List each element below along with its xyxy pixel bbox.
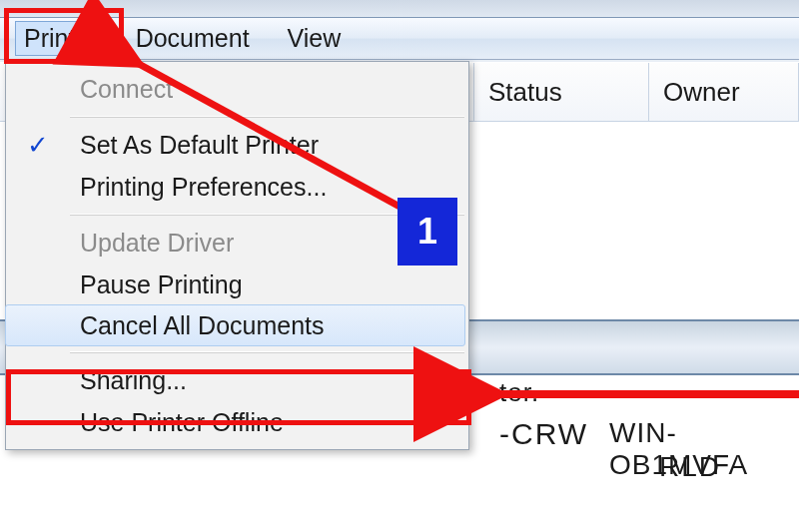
col-status[interactable]: Status — [474, 63, 649, 121]
bg-text-crw: -CRW — [499, 417, 588, 451]
menu-item-update-driver: Update Driver — [6, 222, 464, 264]
menu-item-pause-printing[interactable]: Pause Printing — [6, 264, 464, 305]
bg-text-ter: ter. — [499, 377, 539, 408]
col-owner[interactable]: Owner — [649, 63, 799, 121]
menu-separator — [70, 116, 464, 118]
menu-view[interactable]: View — [280, 22, 350, 55]
menu-item-sharing[interactable]: Sharing... — [6, 359, 464, 401]
menu-item-use-printer-offline[interactable]: Use Printer Offline — [6, 401, 464, 443]
bg-text-rld: RLD — [659, 451, 721, 483]
menu-item-connect: Connect — [6, 68, 464, 110]
menu-document[interactable]: Document — [128, 22, 258, 55]
window-title-bar — [0, 0, 799, 18]
menu-bar: Printer Document View — [0, 18, 799, 60]
menu-printer[interactable]: Printer — [16, 22, 106, 55]
menu-separator — [70, 351, 464, 353]
menu-item-set-default[interactable]: ✓ Set As Default Printer — [6, 124, 464, 166]
menu-item-cancel-all-documents[interactable]: Cancel All Documents — [5, 304, 465, 346]
annotation-step-1: 1 — [400, 200, 455, 264]
menu-item-printing-preferences[interactable]: Printing Preferences... — [6, 166, 464, 208]
checkmark-icon: ✓ — [8, 130, 68, 161]
